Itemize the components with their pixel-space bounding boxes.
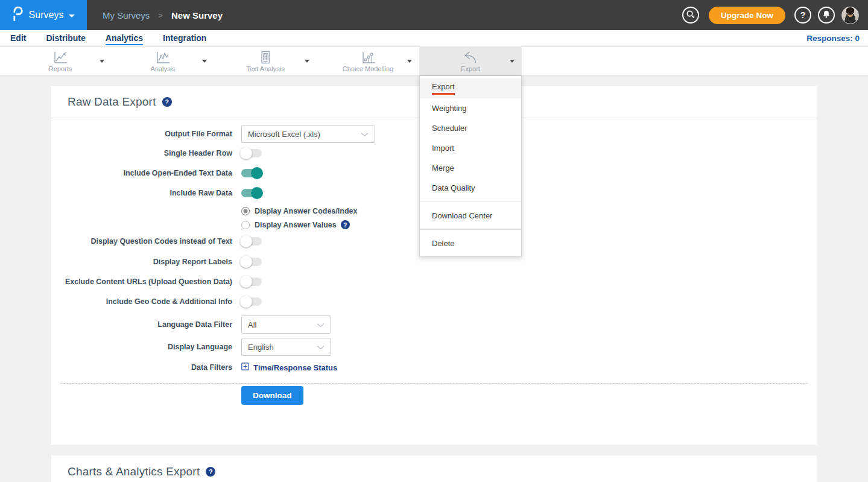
menu-item-export[interactable]: Export: [420, 78, 521, 98]
charts-analytics-export-panel: Charts & Analytics Export ?: [51, 455, 817, 482]
export-arrow-icon: [462, 50, 479, 65]
user-avatar[interactable]: [841, 7, 859, 24]
breadcrumb-separator: >: [158, 11, 163, 20]
help-icon[interactable]: ?: [162, 97, 172, 107]
tab-distribute[interactable]: Distribute: [46, 33, 85, 43]
responses-count: Responses: 0: [806, 34, 868, 43]
exclude-content-urls-toggle[interactable]: [241, 277, 262, 286]
output-file-format-select[interactable]: Microsoft Excel (.xls): [241, 125, 375, 143]
help-button[interactable]: ?: [794, 7, 811, 24]
question-codes-label: Display Question Codes instead of Text: [51, 237, 232, 246]
display-language-label: Display Language: [51, 343, 232, 351]
help-icon[interactable]: ?: [341, 220, 350, 229]
include-open-ended-label: Include Open-Ended Text Data: [51, 169, 232, 177]
section-divider: [60, 383, 808, 384]
display-answer-values-radio[interactable]: [241, 221, 250, 229]
geo-code-label: Include Geo Code & Additional Info: [51, 297, 232, 306]
scatter-chart-icon: [360, 50, 376, 65]
search-button[interactable]: [682, 7, 699, 24]
product-switcher[interactable]: Surveys: [0, 0, 87, 30]
chevron-down-icon: [361, 130, 369, 139]
menu-item-delete[interactable]: Delete: [420, 233, 521, 253]
notifications-button[interactable]: [818, 7, 835, 24]
tab-integration[interactable]: Integration: [163, 33, 206, 43]
help-icon[interactable]: ?: [206, 467, 215, 477]
multi-line-chart-icon: [154, 50, 171, 65]
exclude-content-urls-label: Exclude Content URLs (Upload Question Da…: [51, 277, 232, 286]
line-chart-icon: [52, 50, 69, 65]
display-answer-codes-radio[interactable]: [241, 207, 250, 215]
menu-item-data-quality[interactable]: Data Quality: [420, 178, 521, 198]
menu-item-download-center[interactable]: Download Center: [420, 206, 521, 226]
display-answer-values-label: Display Answer Values: [255, 221, 337, 229]
breadcrumb: My Surveys > New Survey: [103, 10, 223, 21]
time-response-status-link[interactable]: Time/Response Status: [241, 363, 337, 372]
plus-square-icon: [241, 363, 249, 372]
download-button[interactable]: Download: [241, 386, 303, 405]
questionpro-logo-icon: [12, 6, 24, 24]
tab-analytics[interactable]: Analytics: [106, 33, 143, 43]
single-header-row-label: Single Header Row: [51, 149, 232, 157]
chevron-down-icon[interactable]: [510, 60, 515, 63]
chevron-down-icon[interactable]: [305, 60, 309, 63]
toolbar-analysis[interactable]: Analysis: [112, 47, 214, 75]
menu-item-merge[interactable]: Merge: [420, 158, 521, 178]
breadcrumb-my-surveys[interactable]: My Surveys: [103, 10, 150, 21]
chevron-down-icon[interactable]: [100, 60, 104, 63]
menu-item-weighting[interactable]: Weighting: [420, 98, 521, 118]
document-grid-icon: [258, 50, 273, 65]
product-name: Surveys: [29, 10, 64, 21]
export-dropdown-menu: Export Weighting Scheduler Import Merge …: [419, 75, 522, 256]
report-labels-toggle[interactable]: [241, 258, 262, 266]
chevron-down-icon[interactable]: [202, 60, 207, 63]
menu-item-scheduler[interactable]: Scheduler: [420, 118, 521, 138]
include-raw-data-toggle[interactable]: [241, 189, 262, 197]
output-file-format-label: Output File Format: [51, 130, 232, 138]
language-data-filter-label: Language Data Filter: [51, 320, 232, 329]
upgrade-now-button[interactable]: Upgrade Now: [709, 7, 785, 24]
data-filters-label: Data Filters: [51, 363, 232, 372]
tab-edit[interactable]: Edit: [10, 33, 26, 43]
toolbar-export[interactable]: Export: [419, 47, 522, 75]
display-language-select[interactable]: English: [241, 338, 331, 356]
include-open-ended-toggle[interactable]: [241, 169, 262, 177]
analytics-toolbar: Reports Analysis Text Analysis: [0, 47, 868, 75]
menu-divider: [420, 201, 521, 202]
toolbar-choice-modelling[interactable]: Choice Modelling: [317, 47, 419, 75]
top-bar: Surveys My Surveys > New Survey Upgrade …: [0, 0, 868, 30]
geo-code-toggle[interactable]: [241, 297, 262, 306]
single-header-row-toggle[interactable]: [241, 149, 262, 157]
chevron-down-icon: [317, 320, 325, 329]
charts-analytics-export-title: Charts & Analytics Export: [68, 465, 200, 478]
question-mark-icon: ?: [800, 10, 806, 20]
include-raw-data-label: Include Raw Data: [51, 189, 232, 197]
chevron-down-icon: [317, 343, 325, 352]
chevron-down-icon: [69, 14, 75, 17]
question-codes-toggle[interactable]: [241, 237, 262, 246]
survey-tab-bar: Edit Distribute Analytics Integration Re…: [0, 30, 868, 47]
menu-item-import[interactable]: Import: [420, 138, 521, 158]
raw-data-export-title: Raw Data Export: [68, 95, 156, 109]
bell-icon: [822, 10, 831, 21]
chevron-down-icon[interactable]: [407, 60, 412, 63]
search-icon: [686, 10, 695, 21]
menu-divider: [420, 229, 521, 230]
toolbar-reports[interactable]: Reports: [9, 47, 112, 75]
topbar-actions: Upgrade Now ?: [682, 7, 868, 24]
display-answer-codes-label: Display Answer Codes/Index: [255, 207, 357, 215]
breadcrumb-current-survey: New Survey: [171, 10, 223, 21]
toolbar-text-analysis[interactable]: Text Analysis: [214, 47, 317, 75]
report-labels-label: Display Report Labels: [51, 258, 232, 266]
language-data-filter-select[interactable]: All: [241, 316, 331, 334]
